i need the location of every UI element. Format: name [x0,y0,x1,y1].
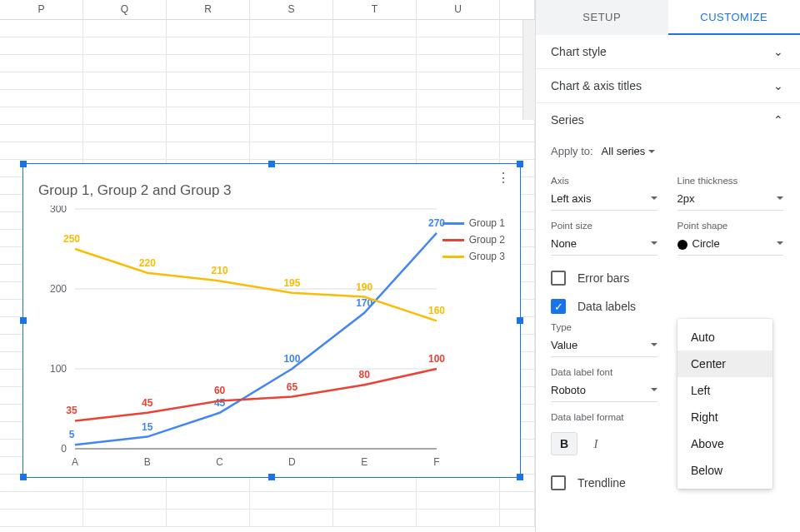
section-series[interactable]: Series ⌃ [536,103,800,137]
cell[interactable] [500,510,535,527]
position-option-above[interactable]: Above [678,430,772,457]
cell[interactable] [83,510,167,527]
resize-handle[interactable] [517,474,523,480]
col-header[interactable]: U [417,0,500,19]
col-header[interactable]: T [333,0,417,19]
cell[interactable] [500,125,535,142]
cell[interactable] [417,125,500,142]
cell[interactable] [500,492,535,510]
cell[interactable] [167,492,250,510]
cell[interactable] [333,107,417,125]
vertical-scrollbar[interactable] [522,20,535,120]
chart-container[interactable]: ⋮ Group 1, Group 2 and Group 3 010020030… [22,163,521,478]
data-label-font-select[interactable]: Roboto [551,382,658,402]
cell[interactable] [417,72,500,90]
tab-customize[interactable]: CUSTOMIZE [668,0,801,35]
cell[interactable] [0,55,83,72]
cell[interactable] [250,72,333,90]
position-option-center[interactable]: Center [678,351,772,377]
resize-handle[interactable] [517,317,523,324]
chart-menu-icon[interactable]: ⋮ [497,174,510,182]
cell[interactable] [83,142,167,160]
resize-handle[interactable] [268,161,275,167]
cell[interactable] [83,55,167,72]
cell[interactable] [250,37,333,55]
position-option-auto[interactable]: Auto [678,324,772,351]
cell[interactable] [333,510,417,527]
cell[interactable] [83,72,167,90]
cell[interactable] [333,142,417,160]
position-option-left[interactable]: Left [678,377,772,404]
cell[interactable] [83,37,167,55]
position-dropdown[interactable]: AutoCenterLeftRightAboveBelow [678,319,772,489]
col-header[interactable]: R [167,0,250,19]
cell[interactable] [0,510,83,527]
cell[interactable] [333,20,417,37]
cell[interactable] [0,90,83,107]
resize-handle[interactable] [20,474,27,480]
cell[interactable] [417,90,500,107]
cell[interactable] [500,142,535,160]
cell[interactable] [250,142,333,160]
tab-setup[interactable]: SETUP [536,0,668,35]
cell[interactable] [417,55,500,72]
col-header[interactable]: P [0,0,83,19]
col-header[interactable] [500,0,535,19]
cell[interactable] [0,107,83,125]
resize-handle[interactable] [517,161,523,167]
section-chart-axis-titles[interactable]: Chart & axis titles ⌄ [536,69,800,103]
cell[interactable] [250,492,333,510]
section-chart-style[interactable]: Chart style ⌄ [536,35,800,69]
cell[interactable] [167,125,250,142]
position-option-below[interactable]: Below [678,457,772,484]
cell[interactable] [167,90,250,107]
axis-select[interactable]: Left axis [551,191,658,211]
cell[interactable] [333,125,417,142]
cell[interactable] [167,510,250,527]
cell[interactable] [83,20,167,37]
cell[interactable] [167,142,250,160]
cell[interactable] [167,55,250,72]
apply-to-select[interactable]: All series [602,145,656,157]
cell[interactable] [250,55,333,72]
cell[interactable] [0,72,83,90]
col-header[interactable]: Q [83,0,167,19]
cell[interactable] [417,107,500,125]
italic-button[interactable]: I [582,432,609,455]
cell[interactable] [83,107,167,125]
error-bars-checkbox[interactable]: Error bars [551,271,783,286]
cell[interactable] [250,107,333,125]
cell[interactable] [333,55,417,72]
cell[interactable] [0,142,83,160]
point-size-select[interactable]: None [551,236,658,256]
cell[interactable] [417,20,500,37]
cell[interactable] [417,492,500,510]
cell[interactable] [250,125,333,142]
cell[interactable] [250,90,333,107]
resize-handle[interactable] [20,161,27,167]
position-option-right[interactable]: Right [678,404,772,430]
cell[interactable] [0,37,83,55]
line-thickness-select[interactable]: 2px [678,191,784,211]
col-header[interactable]: S [250,0,333,19]
cell[interactable] [83,492,167,510]
cell[interactable] [333,37,417,55]
cell[interactable] [83,125,167,142]
cell[interactable] [250,20,333,37]
cell[interactable] [167,37,250,55]
cell[interactable] [333,72,417,90]
cell[interactable] [167,20,250,37]
data-labels-checkbox[interactable]: Data labels [551,299,783,314]
point-shape-select[interactable]: Circle [678,236,784,256]
resize-handle[interactable] [268,474,275,480]
resize-handle[interactable] [20,317,27,324]
cell[interactable] [417,37,500,55]
type-select[interactable]: Value [551,337,658,357]
cell[interactable] [0,492,83,510]
cell[interactable] [250,510,333,527]
cell[interactable] [333,90,417,107]
cell[interactable] [333,492,417,510]
cell[interactable] [0,125,83,142]
cell[interactable] [0,20,83,37]
cell[interactable] [417,142,500,160]
